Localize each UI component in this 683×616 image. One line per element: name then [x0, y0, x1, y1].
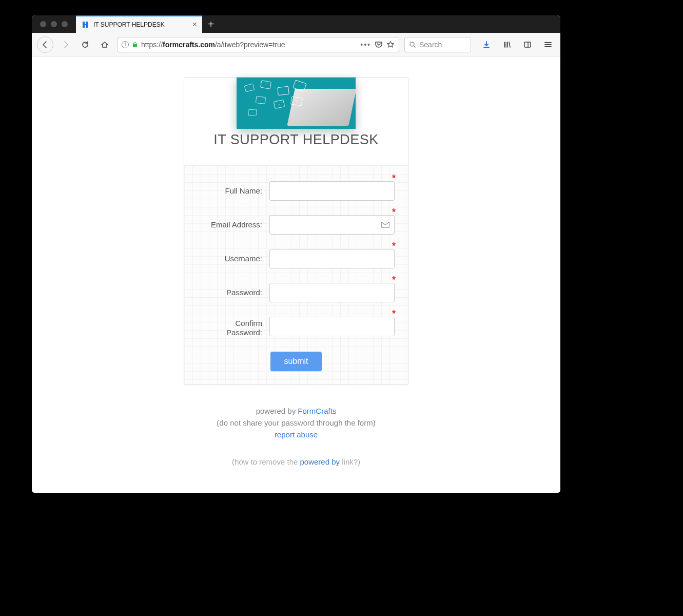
traffic-dot[interactable]: [51, 21, 57, 27]
required-asterisk: *: [392, 275, 396, 285]
library-icon[interactable]: [500, 37, 514, 52]
page-title: IT SUPPORT HELPDESK: [184, 132, 408, 148]
email-label: Email Address:: [198, 220, 269, 229]
url-bar[interactable]: i https://formcrafts.com/a/itweb?preview…: [117, 37, 399, 52]
required-asterisk: *: [392, 207, 396, 218]
field-password: Password: *: [198, 283, 395, 302]
submit-button[interactable]: submit: [270, 352, 321, 371]
form-header: IT SUPPORT HELPDESK: [184, 78, 408, 165]
required-asterisk: *: [392, 173, 396, 184]
required-asterisk: *: [392, 309, 396, 319]
powered-by-text: powered by: [256, 407, 298, 415]
svg-rect-1: [524, 42, 531, 47]
full-name-label: Full Name:: [198, 186, 269, 196]
browser-toolbar: i https://formcrafts.com/a/itweb?preview…: [32, 33, 560, 56]
forward-button[interactable]: [58, 37, 73, 52]
tab-favicon-icon: [81, 21, 89, 29]
username-input[interactable]: [269, 249, 395, 268]
howto-suffix: link?): [340, 457, 360, 466]
field-full-name: Full Name: *: [198, 181, 395, 201]
tab-strip: IT SUPPORT HELPDESK × +: [32, 15, 560, 33]
field-email: Email Address: *: [198, 215, 395, 235]
email-input[interactable]: [269, 215, 395, 235]
confirm-password-label: Confirm Password:: [198, 317, 269, 337]
menu-icon[interactable]: [541, 37, 555, 52]
new-tab-button[interactable]: +: [202, 15, 220, 33]
url-text: https://formcrafts.com/a/itweb?preview=t…: [141, 41, 357, 49]
reload-button[interactable]: [78, 37, 92, 52]
tab-title: IT SUPPORT HELPDESK: [93, 21, 188, 28]
form-card: IT SUPPORT HELPDESK Full Name: * Email A…: [184, 77, 408, 385]
confirm-password-input[interactable]: [269, 317, 395, 336]
header-image: [237, 78, 356, 129]
powered-by-link[interactable]: FormCrafts: [298, 407, 336, 415]
site-info-icon[interactable]: i: [122, 41, 129, 48]
field-username: Username: *: [198, 249, 395, 268]
password-warning: (do not share your password through the …: [217, 418, 375, 427]
howto-link[interactable]: powered by: [300, 457, 340, 466]
field-confirm-password: Confirm Password: *: [198, 317, 395, 337]
password-label: Password:: [198, 288, 269, 297]
username-label: Username:: [198, 254, 269, 263]
search-placeholder: Search: [419, 41, 442, 49]
required-asterisk: *: [392, 241, 396, 252]
page-content: IT SUPPORT HELPDESK Full Name: * Email A…: [32, 56, 560, 493]
browser-window: IT SUPPORT HELPDESK × + i: [32, 15, 560, 493]
search-bar[interactable]: Search: [404, 37, 471, 52]
report-abuse-link[interactable]: report abuse: [275, 430, 318, 439]
traffic-dot[interactable]: [62, 21, 68, 27]
lock-icon: [132, 42, 138, 48]
pocket-icon[interactable]: [374, 40, 383, 49]
howto-prefix: (how to remove the: [232, 457, 300, 466]
browser-tab[interactable]: IT SUPPORT HELPDESK ×: [76, 15, 202, 33]
tab-close-icon[interactable]: ×: [192, 20, 197, 29]
sidebar-icon[interactable]: [520, 37, 535, 52]
page-actions-icon[interactable]: •••: [360, 41, 371, 49]
downloads-icon[interactable]: [479, 37, 494, 52]
page-footer: powered by FormCrafts (do not share your…: [217, 403, 375, 469]
envelope-icon: [381, 222, 389, 228]
search-icon: [409, 41, 416, 48]
form-body: Full Name: * Email Address: *: [184, 165, 408, 384]
back-button[interactable]: [37, 36, 53, 53]
bookmark-star-icon[interactable]: [386, 41, 395, 49]
window-controls: [32, 15, 76, 33]
full-name-input[interactable]: [269, 181, 395, 201]
password-input[interactable]: [269, 283, 395, 302]
home-button[interactable]: [97, 37, 112, 52]
traffic-dot[interactable]: [40, 21, 46, 27]
